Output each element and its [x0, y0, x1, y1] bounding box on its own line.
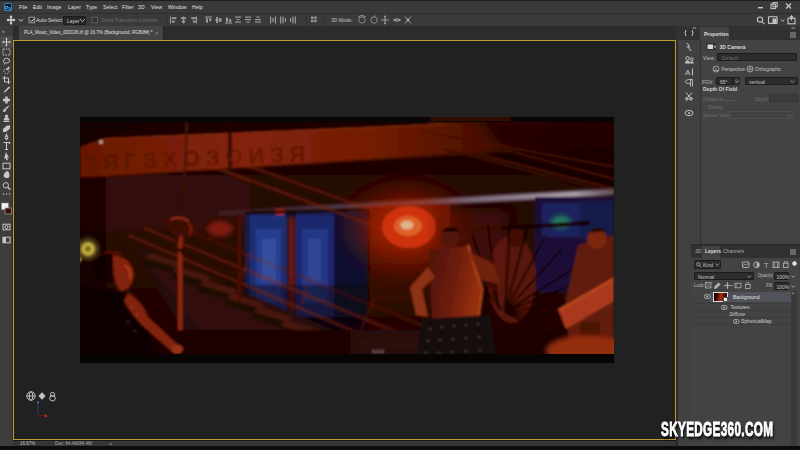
svg-text:T: T — [764, 261, 769, 269]
svg-text:A: A — [685, 68, 691, 77]
